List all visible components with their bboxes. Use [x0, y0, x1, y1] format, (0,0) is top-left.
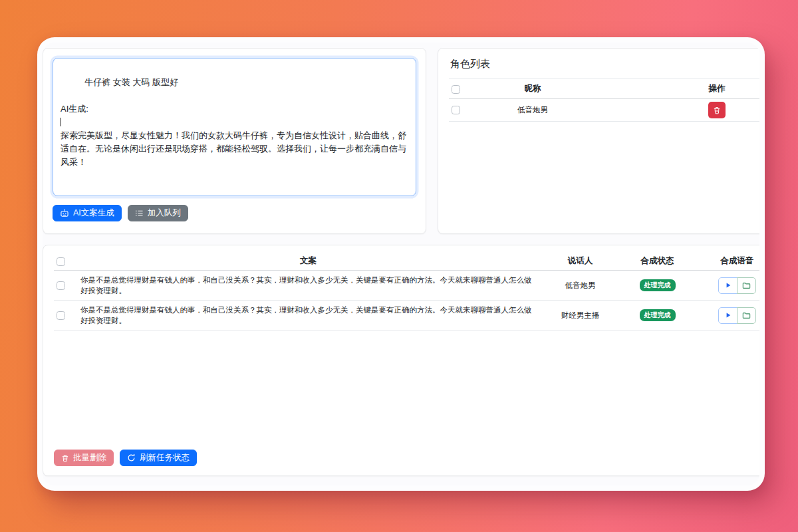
folder-icon: [742, 311, 751, 320]
task-speaker: 财经男主播: [539, 301, 622, 331]
task-speaker: 低音炮男: [539, 271, 622, 301]
textarea-text-after-caret: 探索完美版型，尽显女性魅力！我们的女款大码牛仔裤，专为自信女性设计，贴合曲线，舒…: [61, 130, 406, 167]
list-ul-icon: [135, 209, 144, 217]
tasks-col-text: 文案: [78, 252, 539, 271]
status-badge: 处理完成: [640, 279, 676, 291]
role-row: 低音炮男: [449, 99, 759, 122]
textarea-text-before-caret: 牛仔裤 女装 大码 版型好 AI生成:: [61, 77, 178, 114]
tasks-col-status: 合成状态: [622, 252, 693, 271]
task-row: 你是不是总觉得理财是有钱人的事，和自己没关系？其实，理财和收入多少无关，关键是要…: [54, 301, 759, 331]
top-row: 牛仔裤 女装 大码 版型好 AI生成: 探索完美版型，尽显女性魅力！我们的女款大…: [43, 48, 759, 234]
trash-icon: [713, 106, 721, 114]
task-text: 你是不是总觉得理财是有钱人的事，和自己没关系？其实，理财和收入多少无关，关键是要…: [78, 271, 539, 301]
page-content: 牛仔裤 女装 大码 版型好 AI生成: 探索完美版型，尽显女性魅力！我们的女款大…: [43, 43, 759, 485]
tasks-card: 文案 说话人 合成状态 合成语音 你是不是总觉得理财是有钱人的事，和自己没关系？…: [43, 245, 759, 476]
play-audio-button[interactable]: [718, 307, 737, 324]
roles-select-all-checkbox[interactable]: [452, 85, 460, 94]
play-icon: [725, 312, 732, 319]
roles-col-name: 昵称: [470, 79, 595, 99]
refresh-tasks-label: 刷新任务状态: [140, 454, 190, 462]
arrow-clockwise-icon: [127, 454, 136, 462]
tasks-empty-space: [54, 331, 759, 450]
task-row-checkbox[interactable]: [57, 281, 65, 290]
role-row-checkbox[interactable]: [452, 106, 460, 114]
tasks-header-row: 文案 说话人 合成状态 合成语音: [54, 252, 759, 271]
batch-delete-button[interactable]: 批量删除: [54, 450, 114, 466]
tasks-col-audio: 合成语音: [693, 252, 759, 271]
main-panel: 牛仔裤 女装 大码 版型好 AI生成: 探索完美版型，尽显女性魅力！我们的女款大…: [37, 37, 765, 491]
ai-generate-label: AI文案生成: [73, 209, 114, 217]
task-row-checkbox[interactable]: [57, 311, 65, 320]
task-row: 你是不是总觉得理财是有钱人的事，和自己没关系？其实，理财和收入多少无关，关键是要…: [54, 271, 759, 301]
role-name: 低音炮男: [470, 99, 595, 122]
trash-icon: [61, 454, 69, 462]
roles-card: 角色列表 昵称 操作 低音炮男: [438, 48, 759, 234]
editor-card: 牛仔裤 女装 大码 版型好 AI生成: 探索完美版型，尽显女性魅力！我们的女款大…: [43, 48, 426, 234]
roles-col-action: 操作: [595, 79, 759, 99]
delete-role-button[interactable]: [708, 102, 726, 118]
add-to-queue-label: 加入队列: [148, 209, 181, 217]
roles-header-row: 昵称 操作: [449, 79, 759, 99]
audio-actions: [718, 307, 756, 324]
text-caret: [61, 118, 61, 126]
play-icon: [725, 282, 732, 289]
script-textarea[interactable]: 牛仔裤 女装 大码 版型好 AI生成: 探索完美版型，尽显女性魅力！我们的女款大…: [53, 58, 416, 196]
roles-title: 角色列表: [450, 58, 759, 70]
tasks-col-speaker: 说话人: [539, 252, 622, 271]
status-badge: 处理完成: [640, 309, 676, 321]
open-audio-folder-button[interactable]: [737, 277, 756, 294]
tasks-actions: 批量删除 刷新任务状态: [54, 450, 759, 466]
refresh-tasks-button[interactable]: 刷新任务状态: [120, 450, 197, 466]
folder-icon: [742, 281, 751, 290]
ai-generate-button[interactable]: AI文案生成: [53, 205, 122, 221]
open-audio-folder-button[interactable]: [737, 307, 756, 324]
editor-actions: AI文案生成 加入队列: [53, 205, 416, 221]
roles-table: 昵称 操作 低音炮男: [449, 78, 759, 122]
task-text: 你是不是总觉得理财是有钱人的事，和自己没关系？其实，理财和收入多少无关，关键是要…: [78, 301, 539, 331]
batch-delete-label: 批量删除: [73, 454, 106, 462]
tasks-table: 文案 说话人 合成状态 合成语音 你是不是总觉得理财是有钱人的事，和自己没关系？…: [54, 252, 759, 331]
robot-icon: [60, 209, 69, 218]
add-to-queue-button[interactable]: 加入队列: [128, 205, 188, 221]
tasks-select-all-checkbox[interactable]: [57, 257, 65, 266]
audio-actions: [718, 277, 756, 294]
play-audio-button[interactable]: [718, 277, 737, 294]
